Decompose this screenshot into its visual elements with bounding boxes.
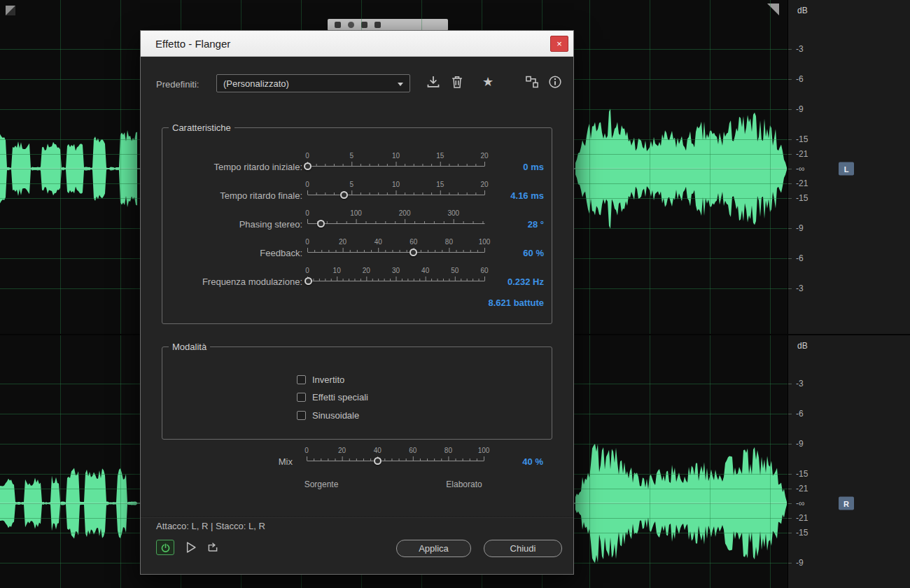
slider-1-track[interactable] [307,189,486,196]
apply-button[interactable]: Applica [396,540,471,557]
checkbox-label: Invertito [312,374,344,385]
modulation-beats-value[interactable]: 8.621 battute [404,298,544,308]
mix-label: Mix [162,456,293,467]
slider-4-scale-label: 40 [421,267,429,274]
amplitude-scale-label: -6 [796,253,804,263]
slider-1-scale-label: 0 [305,181,309,188]
dialog-titlebar[interactable]: Effetto - Flanger [141,31,573,57]
play-looped-button[interactable] [206,541,220,554]
channel-routing-text: Attacco: L, R | Stacco: L, R [156,521,265,531]
amplitude-scale-label: -3 [796,284,804,293]
slider-2-track[interactable] [307,218,486,225]
dialog-close-button[interactable]: × [550,36,568,52]
presets-label: Predefiniti: [156,79,199,90]
amplitude-scale-tick [788,288,792,289]
channel-badge-left[interactable]: L [839,162,854,176]
slider-4-scale-label: 20 [363,267,370,274]
parameter-value[interactable]: 0 ms [463,162,544,172]
amplitude-scale-label: -9 [796,558,804,568]
db-unit-label-left: dB [797,6,808,15]
amplitude-scale-label: -3 [796,379,804,388]
amplitude-scale-tick [788,198,792,199]
save-preset-icon[interactable] [426,75,440,89]
slider-3-scale-label: 40 [374,238,382,246]
checkbox-effetti-speciali[interactable] [297,393,306,402]
presets-dropdown[interactable]: (Personalizzato) [216,74,410,92]
zoom-tool-icon [335,22,341,28]
amplitude-scale-tick [788,563,792,564]
amplitude-scale-label: -21 [796,484,808,493]
slider-0-track[interactable] [307,160,486,167]
amplitude-scale-tick [788,474,792,475]
amplitude-scale-tick [788,533,792,533]
mix-row: Mix 020406080100 40 % [162,447,552,470]
slider-2-handle[interactable] [317,220,325,227]
amplitude-scale-tick [788,384,792,384]
slider-1-handle[interactable] [340,191,348,199]
mode-option-row: Effetti speciali [297,391,368,404]
modes-group-title: Modalità [169,342,210,352]
mix-slider-scale-label: 60 [409,447,416,454]
checkbox-sinusoidale[interactable] [297,411,306,420]
amplitude-scale-tick [788,49,792,50]
slider-4-scale-label: 0 [305,267,309,274]
slider-0-scale-label: 15 [436,152,444,160]
amplitude-scale-tick [788,503,792,504]
parameter-row: Tempo ritardo iniziale:051015200 ms [162,152,552,176]
parameter-row: Phasing stereo:010020030028 ° [162,209,552,233]
slider-3-track[interactable] [307,246,486,253]
slider-3-scale-label: 100 [479,238,491,246]
parameter-label: Frequenza modulazione: [162,276,302,287]
record-icon [348,22,354,28]
slider-4-handle[interactable] [304,277,312,285]
slider-3-handle[interactable] [410,248,417,256]
effect-power-toggle[interactable] [156,540,174,555]
time-gridline [710,0,710,588]
amplitude-ruler[interactable]: dB dB L R -3-6-9-15-21-∞-21-15-9-6-3-3-6… [788,0,910,588]
amplitude-scale-tick [788,183,792,184]
time-gridline [770,0,771,588]
slider-0-scale-label: 5 [349,152,354,160]
modes-group: Modalità InvertitoEffetti specialiSinuso… [162,346,552,440]
channel-badge-right[interactable]: R [839,497,854,510]
parameter-value[interactable]: 0.232 Hz [463,276,544,287]
dialog-title: Effetto - Flanger [155,38,230,50]
close-button[interactable]: Chiudi [484,540,562,557]
panel-corner-icon [6,6,15,15]
amplitude-scale-tick [788,79,792,80]
time-gridline [120,0,121,588]
parameter-value[interactable]: 4.16 ms [463,190,544,201]
mix-slider-scale-label: 40 [374,447,382,454]
delete-preset-icon[interactable] [450,75,464,89]
slider-4-scale-label: 50 [451,267,458,274]
parameter-value[interactable]: 60 % [463,248,544,258]
slider-4-scale-label: 60 [480,267,488,274]
marker-tool-icon [361,22,368,28]
checkbox-invertito[interactable] [297,375,306,384]
mix-slider-handle[interactable] [374,457,382,465]
slider-0-scale-label: 10 [392,152,400,160]
mix-caption-source: Sorgente [304,479,339,489]
slider-3-scale-label: 20 [339,238,346,246]
preview-play-button[interactable] [186,541,200,554]
mix-value[interactable]: 40 % [463,456,543,467]
slider-0-handle[interactable] [304,162,312,170]
favorite-star-icon[interactable]: ★ [481,75,495,89]
slider-3-scale-label: 80 [445,238,453,246]
amplitude-scale-label: -9 [796,439,804,449]
flanger-dialog: Effetto - Flanger × Predefiniti: (Person… [140,30,574,575]
slider-3-scale-label: 0 [305,238,309,246]
power-icon [160,542,171,553]
selection-tool-icon [374,22,381,28]
amplitude-scale-label: -21 [796,178,808,188]
slider-4-track[interactable] [307,275,486,282]
info-icon[interactable] [548,75,562,89]
db-unit-label-right: dB [797,341,808,351]
parameter-label: Phasing stereo: [162,219,302,230]
parameter-value[interactable]: 28 ° [463,219,544,230]
background-toolbar-fragment [328,19,448,31]
mix-slider-track[interactable] [307,455,486,462]
amplitude-scale-label: -15 [796,528,808,538]
amplitude-scale-tick [788,518,792,519]
side-chain-icon[interactable] [525,75,539,89]
